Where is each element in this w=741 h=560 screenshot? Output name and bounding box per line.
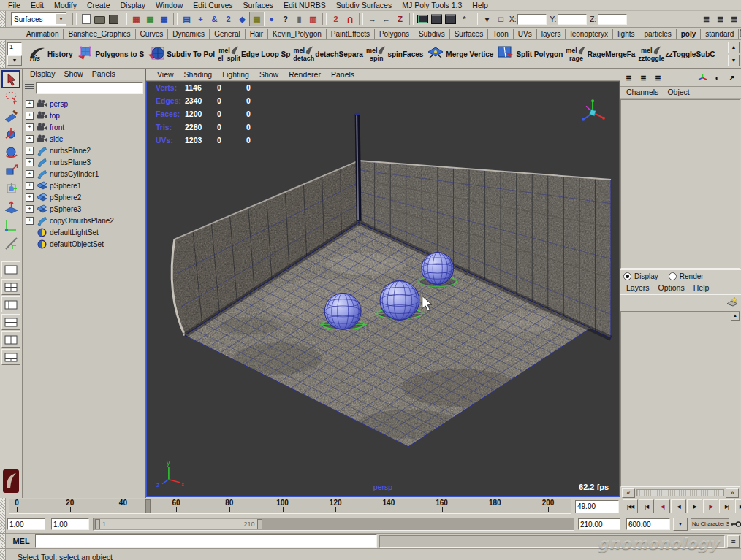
menu-edit[interactable]: Edit (26, 0, 49, 10)
shelf-tab-toon[interactable]: Toon (488, 29, 514, 39)
render-view-icon[interactable] (416, 12, 430, 26)
outliner-item-nurbsplane2[interactable]: +nurbsPlane2 (23, 145, 145, 156)
go-to-start-button[interactable]: |◀◀ (623, 499, 638, 513)
scroll-far-left-icon[interactable]: « (622, 488, 635, 498)
expand-icon[interactable]: + (26, 135, 34, 143)
two-pane-vertical-layout[interactable] (1, 331, 20, 348)
outliner-item-side[interactable]: +side (23, 133, 145, 145)
play-backwards-button[interactable]: ◀ (671, 499, 686, 513)
playback-start-field[interactable] (7, 518, 45, 530)
menu-modify[interactable]: Modify (49, 0, 82, 10)
save-scene-icon[interactable] (107, 12, 121, 26)
shelf-scroll-up-icon[interactable]: ▲ (728, 42, 740, 53)
menu-display[interactable]: Display (115, 0, 150, 10)
show-manipulator-tool[interactable] (1, 216, 20, 234)
snap-curve-icon[interactable]: + (194, 12, 208, 26)
range-start-handle[interactable] (95, 519, 100, 529)
construction-history-icon[interactable]: Z (393, 12, 407, 26)
script-editor-icon[interactable]: ≣ (727, 535, 740, 548)
shelf-tab-general[interactable]: General (210, 29, 246, 39)
open-scene-icon[interactable] (93, 12, 107, 26)
render-radio-label[interactable]: Render (680, 272, 704, 280)
toggle-channel-bars-icon[interactable]: ≣ (713, 12, 727, 26)
outliner-menu-display[interactable]: Display (26, 69, 59, 80)
viewport-menu-show[interactable]: Show (254, 69, 284, 80)
auto-keyframe-icon[interactable] (729, 518, 741, 530)
display-radio-label[interactable]: Display (634, 272, 658, 280)
output-connections-icon[interactable]: ← (379, 12, 393, 26)
new-scene-icon[interactable] (79, 12, 93, 26)
shelf-tab-surfaces[interactable]: Surfaces (450, 29, 488, 39)
command-line-handle[interactable] (0, 534, 6, 548)
shelf-tab-kevin-polygon[interactable]: Kevin_Polygon (268, 29, 327, 39)
shelf-tab-leonopteryx[interactable]: leonopteryx (566, 29, 613, 39)
expand-icon[interactable]: + (26, 217, 34, 225)
menu-window[interactable]: Window (151, 0, 188, 10)
lasso-select-tool[interactable] (1, 88, 20, 107)
coord-y-field[interactable] (558, 14, 587, 25)
layer-menu-layers[interactable]: Layers (622, 283, 654, 294)
channel-speed-slow-icon[interactable]: ≣ (622, 72, 636, 84)
snap-point-icon[interactable]: & (208, 12, 221, 26)
channel-speed-medium-icon[interactable]: ≣ (636, 72, 650, 84)
shelf-item-subdiv-to-pol[interactable]: Subdiv To Pol (147, 41, 216, 67)
live-surface-icon[interactable]: ● (265, 12, 278, 26)
range-end-handle[interactable] (257, 519, 262, 529)
menu-help[interactable]: Help (467, 0, 493, 10)
shelf-tab-lights[interactable]: lights (613, 29, 639, 39)
scroll-track[interactable] (636, 489, 724, 496)
status-line-handle[interactable] (0, 11, 6, 27)
help-line-handle[interactable] (0, 549, 6, 560)
outliner-item-nurbsplane3[interactable]: +nurbsPlane3 (23, 156, 145, 168)
viewport-menu-renderer[interactable]: Renderer (284, 69, 326, 80)
shelf-item-split-polygon[interactable]: Split Polygon (496, 41, 563, 67)
channel-speed-fast-icon[interactable]: ≣ (651, 72, 665, 84)
rotate-tool[interactable] (1, 143, 20, 161)
expand-icon[interactable]: + (26, 170, 34, 178)
manip-frame-icon[interactable]: □ (494, 12, 508, 26)
shelf-tab-particles[interactable]: particles (639, 29, 676, 39)
shelf-page-selector[interactable]: 1 ▼ (7, 42, 22, 66)
menu-set-selector[interactable]: Surfaces ▼ (11, 12, 66, 26)
layer-menu-help[interactable]: Help (689, 283, 714, 294)
select-component-icon[interactable]: ▦ (157, 12, 171, 26)
range-slider-handle[interactable] (0, 515, 6, 533)
lock-icon[interactable]: ▮ (292, 12, 306, 26)
toggle-panel-bars-icon[interactable]: ≣ (727, 12, 741, 26)
outliner-item-psphere1[interactable]: +pSphere1 (23, 180, 145, 191)
step-back-key-button[interactable]: ◀| (655, 499, 670, 513)
animation-start-field[interactable] (51, 518, 89, 530)
snap-grid-icon[interactable]: ▤ (180, 12, 194, 26)
character-set-dropdown-icon[interactable]: ▼ (673, 518, 688, 531)
render-current-frame-icon[interactable] (430, 12, 444, 26)
single-pane-layout[interactable] (1, 261, 20, 277)
shelf-item-polygons-to-s[interactable]: Polygons to S (75, 41, 145, 67)
viewport-menu-shading[interactable]: Shading (179, 69, 218, 80)
animation-end-field[interactable] (626, 518, 670, 530)
no-manip-icon[interactable]: ◐ (710, 72, 724, 84)
outliner-item-copyofnurbsplane2[interactable]: +copyOfnurbsPlane2 (23, 215, 145, 226)
play-forwards-button[interactable]: ▶ (687, 499, 702, 513)
persp-graph-layout[interactable] (1, 349, 20, 365)
snap-together-icon[interactable]: 2 (329, 12, 343, 26)
last-tool[interactable] (1, 234, 20, 253)
outliner-item-defaultlightset[interactable]: defaultLightSet (23, 226, 145, 238)
outliner-filter-input[interactable] (36, 82, 143, 94)
step-forward-key-button[interactable]: |▶ (703, 499, 718, 513)
coord-z-field[interactable] (598, 14, 627, 25)
menu-create[interactable]: Create (82, 0, 115, 10)
expand-icon[interactable]: + (26, 112, 34, 120)
scroll-far-right-icon[interactable]: » (726, 488, 739, 498)
two-pane-horizontal-layout[interactable] (1, 314, 20, 330)
viewport-canvas[interactable]: yxz Verts:114600Edges:234000Faces:120000… (146, 81, 620, 497)
display-radio[interactable] (623, 272, 631, 280)
menu-edit-nurbs[interactable]: Edit NURBS (278, 0, 331, 10)
time-slider-handle[interactable] (0, 498, 6, 515)
shelf-item-merge-vertice[interactable]: Merge Vertice (426, 41, 494, 67)
expand-icon[interactable]: + (26, 123, 34, 131)
expand-icon[interactable]: + (26, 182, 34, 190)
shelf-tab-polygons[interactable]: Polygons (375, 29, 414, 39)
shelf-tab-standard[interactable]: standard (701, 29, 739, 39)
layer-menu-options[interactable]: Options (654, 283, 689, 294)
shelf-tab-painteffects[interactable]: PaintEffects (327, 29, 375, 39)
